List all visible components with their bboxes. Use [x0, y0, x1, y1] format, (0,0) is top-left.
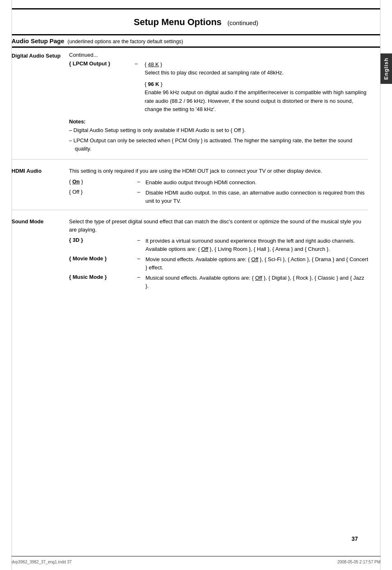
digital-audio-setup-section: Digital Audio Setup Continued... { LPCM … [12, 48, 368, 160]
hdmi-on-dash: – [137, 178, 143, 185]
hdmi-off-dash: – [137, 189, 143, 195]
left-border [12, 0, 12, 570]
lpcm-48k-value: 48 K [148, 61, 159, 67]
sound-mode-content: Select the type of preset digital sound … [69, 218, 368, 292]
language-tab: English [380, 53, 392, 84]
sound-music-off: Off [255, 275, 262, 281]
sound-movie-option: { Movie Mode } – Movie sound effects. Av… [69, 255, 368, 271]
hdmi-audio-section: HDMI Audio This setting is only required… [12, 163, 368, 210]
sound-3d-desc: It provides a virtual surround sound exp… [145, 237, 368, 253]
bottom-area: dvp3962_3982_37_eng1.indd 37 2008-05-05 … [0, 554, 392, 566]
digital-audio-setup-label: Digital Audio Setup [12, 52, 69, 59]
lpcm-96k-value: 96 K [148, 81, 159, 87]
hdmi-off-key: { Off } [69, 189, 135, 195]
hdmi-on-value: On [72, 178, 80, 185]
hdmi-audio-label: HDMI Audio [12, 167, 69, 174]
lpcm-dash: – [135, 60, 143, 67]
sound-mode-label: Sound Mode [12, 218, 69, 225]
right-border [380, 0, 380, 570]
bottom-date: 2008-05-05 2:17:57 PM [337, 560, 380, 564]
hdmi-on-key: { On } [69, 178, 135, 185]
sound-movie-dash: – [137, 255, 143, 262]
audio-setup-header: Audio Setup Page (underlined options are… [12, 34, 380, 48]
sound-movie-key: { Movie Mode } [69, 255, 135, 262]
notes-title: Notes: [69, 118, 368, 125]
sound-music-desc: Musical sound effects. Available options… [145, 274, 368, 290]
sound-3d-off: Off [201, 246, 208, 252]
lpcm-option-96k: { 96 K } Enable 96 kHz output on digital… [69, 80, 368, 114]
hdmi-audio-intro: This setting is only required if you are… [69, 167, 368, 175]
lpcm-48k-desc: Select this to play disc recorded at sam… [145, 70, 284, 76]
sound-3d-option: { 3D } – It provides a virtual surround … [69, 237, 368, 253]
bottom-line [12, 556, 380, 556]
sound-movie-desc: Movie sound effects. Available options a… [145, 255, 368, 271]
digital-audio-setup-content: Continued... { LPCM Output } – { 48 K } … [69, 52, 368, 157]
lpcm-96k-content: { 96 K } Enable 96 kHz output on digital… [145, 80, 368, 114]
note-1: – Digital Audio Setup setting is only av… [69, 126, 368, 135]
hdmi-off-option: { Off } – Disable HDMI audio output. In … [69, 189, 368, 205]
sound-mode-section: Sound Mode Select the type of preset dig… [12, 213, 368, 295]
audio-setup-note: (underlined options are the factory defa… [67, 39, 183, 44]
audio-setup-title: Audio Setup Page [12, 37, 64, 44]
bottom-info: dvp3962_3982_37_eng1.indd 37 2008-05-05 … [12, 558, 380, 566]
hdmi-on-desc: Enable audio output through HDMI connect… [145, 178, 368, 187]
content-area: Digital Audio Setup Continued... { LPCM … [12, 48, 380, 295]
sound-music-key: { Music Mode } [69, 274, 135, 280]
sound-3d-dash: – [137, 237, 143, 243]
title-continued: (continued) [227, 19, 258, 26]
sound-3d-key: { 3D } [69, 237, 135, 243]
page-wrapper: English Setup Menu Options (continued) A… [0, 0, 392, 570]
continued-text: Continued... [69, 52, 368, 58]
page-number: 37 [351, 535, 358, 542]
notes-section: Notes: – Digital Audio Setup setting is … [69, 118, 368, 153]
hdmi-off-desc: Disable HDMI audio output. In this case,… [145, 189, 368, 205]
note-2: – LPCM Output can only be selected when … [69, 137, 368, 154]
hdmi-on-option: { On } – Enable audio output through HDM… [69, 178, 368, 187]
sound-music-option: { Music Mode } – Musical sound effects. … [69, 274, 368, 290]
hdmi-audio-content: This setting is only required if you are… [69, 167, 368, 207]
sound-movie-off: Off [251, 256, 258, 262]
sound-music-dash: – [137, 274, 143, 280]
bottom-file: dvp3962_3982_37_eng1.indd 37 [12, 560, 71, 564]
lpcm-option-48k: { LPCM Output } – { 48 K } Select this t… [69, 60, 368, 77]
lpcm-48k-content: { 48 K } Select this to play disc record… [145, 60, 368, 77]
page-title: Setup Menu Options (continued) [12, 9, 380, 34]
lpcm-96k-desc: Enable 96 kHz output on digital audio if… [145, 89, 367, 112]
title-bold: Setup Menu Options [134, 17, 221, 27]
sound-mode-intro: Select the type of preset digital sound … [69, 218, 368, 234]
lpcm-key: { LPCM Output } [69, 60, 135, 67]
